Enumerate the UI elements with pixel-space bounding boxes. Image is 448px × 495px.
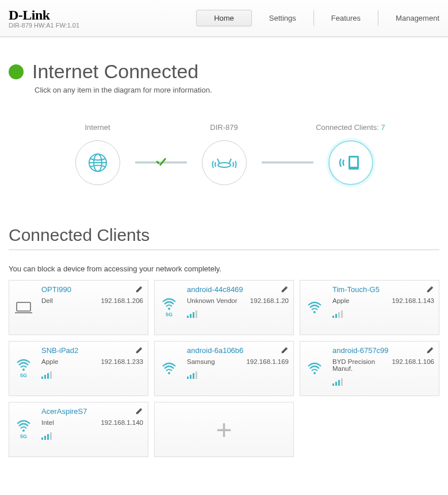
diagram-router-label: DIR-879 — [210, 123, 238, 132]
diagram-clients[interactable]: Connected Clients: 7 — [313, 123, 388, 185]
band-label: 5G — [20, 433, 27, 439]
client-card: 5G SNB-iPad2 Apple 192.168.1.233 — [9, 341, 148, 396]
signal-icon — [332, 378, 343, 386]
clients-section: Connected Clients You can block a device… — [0, 225, 448, 457]
client-name[interactable]: android-6a106b6 — [187, 346, 289, 355]
edit-icon[interactable] — [281, 285, 289, 293]
diagram-clients-label: Connected Clients: 7 — [316, 123, 385, 132]
client-ip: 192.168.1.20 — [250, 297, 289, 304]
svg-point-15 — [22, 429, 25, 432]
client-ip: 192.168.1.206 — [101, 297, 143, 304]
check-icon — [154, 157, 168, 168]
svg-rect-7 — [350, 158, 357, 167]
band-label: 5G — [20, 373, 27, 378]
wifi-icon: 5G — [155, 281, 183, 335]
clients-subtitle: You can block a device from accessing yo… — [9, 264, 439, 273]
client-card: android-6757c99 BYD Precision Manuf. 192… — [300, 341, 439, 396]
diagram-router[interactable]: DIR-879 — [187, 123, 262, 185]
status-title: Internet Connected — [32, 60, 198, 83]
client-name[interactable]: SNB-iPad2 — [41, 346, 143, 355]
edit-icon[interactable] — [135, 285, 143, 293]
status-indicator-icon — [9, 64, 24, 79]
edit-icon[interactable] — [426, 346, 434, 354]
client-body: android-6757c99 BYD Precision Manuf. 192… — [329, 341, 439, 396]
client-ip: 192.168.1.233 — [101, 358, 143, 365]
client-ip: 192.168.1.140 — [101, 419, 143, 426]
diagram-internet[interactable]: Internet — [60, 123, 135, 185]
svg-rect-8 — [17, 302, 30, 311]
globe-icon — [75, 140, 120, 185]
client-body: OPTI990 Dell 192.168.1.206 — [38, 281, 148, 335]
nav-home[interactable]: Home — [196, 10, 252, 26]
client-body: android-44c8469 Unknown Vendor 192.168.1… — [183, 281, 293, 335]
brand-logo: D-Link — [9, 7, 79, 23]
client-name[interactable]: OPTI990 — [41, 285, 143, 294]
svg-point-13 — [168, 372, 170, 374]
svg-point-10 — [168, 308, 170, 310]
diagram-internet-label: Internet — [85, 123, 110, 132]
signal-icon — [41, 432, 52, 440]
svg-line-5 — [229, 159, 231, 164]
band-label: 5G — [166, 312, 173, 317]
client-card: 5G android-44c8469 Unknown Vendor 192.16… — [154, 280, 294, 335]
client-name[interactable]: Tim-Touch-G5 — [332, 285, 434, 294]
signal-icon — [332, 310, 343, 318]
signal-icon — [187, 310, 197, 318]
svg-point-11 — [313, 311, 316, 313]
client-vendor: Apple — [41, 358, 58, 365]
client-body: android-6a106b6 Samsung 192.168.1.169 — [183, 341, 293, 396]
computer-icon — [9, 281, 38, 335]
client-body: Tim-Touch-G5 Apple 192.168.1.143 — [329, 281, 439, 335]
client-vendor: Intel — [41, 419, 54, 426]
client-card: Tim-Touch-G5 Apple 192.168.1.143 — [300, 280, 439, 335]
client-ip: 192.168.1.143 — [392, 297, 434, 304]
client-body: SNB-iPad2 Apple 192.168.1.233 — [38, 341, 148, 396]
client-name[interactable]: android-6757c99 — [332, 346, 434, 355]
client-vendor: Unknown Vendor — [187, 297, 238, 304]
status-row: Internet Connected — [9, 60, 439, 83]
wifi-icon — [155, 341, 183, 396]
wifi-icon — [300, 341, 329, 396]
svg-line-4 — [217, 159, 220, 164]
client-ip: 192.168.1.106 — [392, 358, 434, 372]
nav-management[interactable]: Management — [378, 10, 439, 26]
diagram-link-right — [262, 140, 313, 185]
router-icon — [202, 140, 247, 185]
status-section: Internet Connected Click on any item in … — [0, 37, 448, 185]
edit-icon[interactable] — [281, 346, 289, 354]
client-vendor: Dell — [41, 297, 53, 304]
svg-point-14 — [313, 372, 316, 374]
client-vendor: Samsung — [187, 358, 215, 365]
network-diagram: Internet DIR-879 — [9, 123, 439, 185]
diagram-clients-text: Connected Clients: — [316, 123, 379, 132]
edit-icon[interactable] — [135, 407, 143, 415]
client-vendor: Apple — [332, 297, 349, 304]
status-subtitle: Click on any item in the diagram for mor… — [35, 86, 439, 94]
main-nav: HomeSettingsFeaturesManagement — [79, 10, 439, 26]
client-name[interactable]: android-44c8469 — [187, 285, 289, 294]
edit-icon[interactable] — [135, 346, 143, 354]
clients-title: Connected Clients — [9, 225, 439, 250]
signal-icon — [187, 371, 197, 379]
client-name[interactable]: AcerAspireS7 — [41, 407, 143, 416]
nav-settings[interactable]: Settings — [252, 10, 314, 26]
signal-icon — [41, 371, 52, 379]
wifi-icon: 5G — [9, 341, 38, 396]
edit-icon[interactable] — [426, 285, 434, 293]
add-client-button[interactable]: + — [154, 402, 294, 457]
client-card: android-6a106b6 Samsung 192.168.1.169 — [154, 341, 294, 396]
wifi-icon: 5G — [9, 402, 38, 456]
clients-icon — [328, 140, 373, 185]
client-body: AcerAspireS7 Intel 192.168.1.140 — [38, 402, 148, 456]
client-card: OPTI990 Dell 192.168.1.206 — [9, 280, 148, 335]
client-ip: 192.168.1.169 — [246, 358, 289, 365]
client-vendor: BYD Precision Manuf. — [332, 358, 392, 372]
client-card: 5G AcerAspireS7 Intel 192.168.1.140 — [9, 402, 148, 457]
svg-point-12 — [22, 369, 25, 371]
nav-features[interactable]: Features — [314, 10, 378, 26]
model-label: DIR-879 HW:A1 FW:1.01 — [9, 22, 79, 29]
diagram-link-left — [135, 140, 187, 185]
clients-grid: OPTI990 Dell 192.168.1.206 5G android-44… — [9, 280, 439, 457]
diagram-clients-count: 7 — [381, 123, 385, 132]
wifi-icon — [300, 281, 329, 335]
